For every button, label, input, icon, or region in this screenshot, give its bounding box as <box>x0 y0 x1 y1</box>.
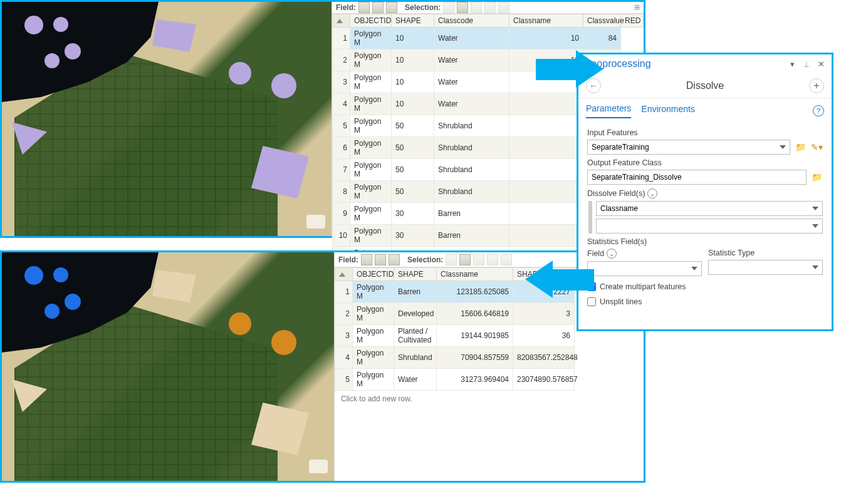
dissolve-field-select[interactable]: Classname <box>596 201 823 216</box>
tool-header: ← Dissolve + <box>578 73 832 98</box>
training-sample[interactable] <box>53 267 68 282</box>
stat-field-select[interactable] <box>587 261 702 276</box>
col-classname[interactable]: Classname <box>437 268 513 281</box>
copy-selection-icon[interactable] <box>498 2 509 13</box>
field-calc-icon[interactable] <box>386 2 397 13</box>
table-row[interactable]: 1Polygon M10Water1084 <box>333 28 644 49</box>
pane-title: Geoprocessing <box>583 58 785 69</box>
pin-icon[interactable]: ⟂ <box>804 59 813 68</box>
dissolve-fields-list: Classname <box>588 201 823 234</box>
row-selector-header[interactable] <box>333 14 350 28</box>
multipart-checkbox[interactable]: Create multipart features <box>587 282 823 291</box>
input-features-label: Input Features <box>587 128 823 137</box>
arrow-right <box>536 50 605 88</box>
switch-selection-icon[interactable] <box>459 254 471 265</box>
field-label: Field: <box>336 3 356 12</box>
arrow-left <box>525 260 594 298</box>
unsplit-input[interactable] <box>587 297 596 306</box>
training-sample[interactable] <box>65 43 81 59</box>
col-shape[interactable]: SHAPE <box>392 14 434 28</box>
training-sample[interactable] <box>271 73 296 98</box>
training-sample[interactable] <box>65 294 81 310</box>
expand-icon[interactable]: ⌄ <box>607 249 617 259</box>
top-panel: Field: Selection: ≡ OBJECTID SHAPE Class… <box>0 0 645 238</box>
autohide-icon[interactable]: ▾ <box>790 59 799 68</box>
field-label: Field: <box>338 255 358 264</box>
table-toolbar: Field: Selection: ≡ <box>332 2 644 14</box>
expand-icon[interactable]: ⌄ <box>647 188 657 198</box>
table-menu-icon[interactable]: ≡ <box>634 2 640 13</box>
switch-selection-icon[interactable] <box>457 2 468 13</box>
tab-parameters[interactable]: Parameters <box>586 103 631 118</box>
dissolve-field-empty[interactable] <box>596 219 823 234</box>
tool-title: Dissolve <box>601 80 809 91</box>
map-bottom[interactable] <box>2 252 334 481</box>
delete-selection-icon[interactable] <box>487 254 498 265</box>
selection-label: Selection: <box>405 3 441 12</box>
training-sample[interactable] <box>229 312 251 335</box>
select-by-attr-icon[interactable] <box>443 2 454 13</box>
field-delete-icon[interactable] <box>372 2 384 13</box>
col-objectid[interactable]: OBJECTID <box>353 268 394 281</box>
tool-body: Input Features SeparateTraining 📁 ✎▾ Out… <box>578 118 832 312</box>
stats-fields-label: Statistics Field(s) <box>587 237 823 246</box>
clear-selection-icon[interactable] <box>473 254 484 265</box>
col-classname[interactable]: Classname <box>509 14 583 28</box>
col-classvalue[interactable]: Classvalue <box>583 14 621 28</box>
help-icon[interactable]: ? <box>813 105 824 116</box>
table-row[interactable]: 5Polygon MWater31273.96940423074890.5768… <box>335 369 644 391</box>
selection-label: Selection: <box>407 255 443 264</box>
output-fc-input[interactable] <box>587 170 807 185</box>
geoprocessing-pane: Geoprocessing ▾ ⟂ ✕ ← Dissolve + Paramet… <box>577 53 833 331</box>
output-fc-label: Output Feature Class <box>587 158 823 167</box>
tool-tabs: Parameters Environments ? <box>578 98 832 118</box>
field-add-icon[interactable] <box>358 2 370 13</box>
row-selector-header[interactable] <box>335 268 353 281</box>
field-calc-icon[interactable] <box>389 254 400 265</box>
copy-selection-icon[interactable] <box>501 254 512 265</box>
stat-type-label: Statistic Type <box>708 249 823 257</box>
col-shape[interactable]: SHAPE <box>394 268 437 281</box>
delete-selection-icon[interactable] <box>484 2 496 13</box>
field-add-icon[interactable] <box>361 254 372 265</box>
clear-selection-icon[interactable] <box>471 2 482 13</box>
training-sample[interactable] <box>44 53 60 68</box>
close-icon[interactable]: ✕ <box>818 59 827 68</box>
col-classcode[interactable]: Classcode <box>434 14 509 28</box>
input-features-select[interactable]: SeparateTraining <box>587 140 790 155</box>
add-row-hint[interactable]: Click to add new row. <box>335 391 644 407</box>
stat-type-select[interactable] <box>708 260 823 275</box>
tab-environments[interactable]: Environments <box>641 104 695 118</box>
training-sample[interactable] <box>53 17 68 32</box>
browse-icon[interactable]: 📁 <box>794 141 807 153</box>
training-sample[interactable] <box>229 62 251 85</box>
col-objectid[interactable]: OBJECTID <box>350 14 392 28</box>
select-by-attr-icon[interactable] <box>446 254 457 265</box>
dissolve-fields-label: Dissolve Field(s)⌄ <box>587 188 823 198</box>
browse-icon[interactable]: 📁 <box>810 171 823 183</box>
map-navigator-icon[interactable] <box>309 460 328 473</box>
pane-titlebar: Geoprocessing ▾ ⟂ ✕ <box>578 54 832 73</box>
field-delete-icon[interactable] <box>375 254 386 265</box>
training-sample[interactable] <box>24 16 43 34</box>
training-sample[interactable] <box>24 266 43 285</box>
table-row[interactable]: 4Polygon MShrubland70904.85755982083567.… <box>335 347 644 369</box>
edit-icon[interactable]: ✎▾ <box>810 141 823 153</box>
stat-field-label: Field⌄ <box>587 249 702 259</box>
unsplit-checkbox[interactable]: Unsplit lines <box>587 297 823 306</box>
map-top[interactable] <box>2 2 332 236</box>
training-sample[interactable] <box>271 330 296 355</box>
training-sample[interactable] <box>44 304 60 319</box>
add-favorite-button[interactable]: + <box>809 78 824 93</box>
map-navigator-icon[interactable] <box>306 215 325 229</box>
